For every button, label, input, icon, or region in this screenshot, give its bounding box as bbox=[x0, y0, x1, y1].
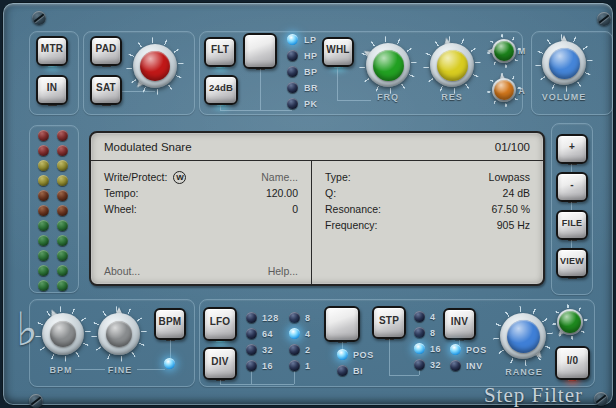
about-link[interactable]: About... bbox=[104, 265, 140, 277]
whl-button[interactable]: WHL bbox=[322, 37, 354, 67]
meter-led bbox=[57, 280, 68, 291]
div-led-32[interactable] bbox=[246, 344, 257, 355]
resonance-value[interactable]: 67.50 % bbox=[491, 203, 530, 215]
write-protect-row: Write/Protect: W Name... bbox=[91, 169, 311, 185]
power-button[interactable]: I/0 bbox=[555, 346, 590, 380]
step-label-32: 32 bbox=[430, 360, 441, 371]
sat-button[interactable]: SAT bbox=[90, 75, 122, 105]
lfo-button[interactable]: LFO bbox=[203, 307, 237, 341]
step-led-8[interactable] bbox=[414, 327, 425, 338]
patch-plus-button[interactable]: + bbox=[556, 134, 588, 164]
volume-knob[interactable] bbox=[542, 41, 586, 85]
knob-cap bbox=[549, 48, 580, 79]
wire bbox=[75, 369, 105, 370]
div-label-2: 2 bbox=[305, 345, 311, 356]
inv-button[interactable]: INV bbox=[443, 308, 476, 340]
wire bbox=[170, 340, 171, 358]
step-label-8: 8 bbox=[430, 328, 436, 339]
step-led-16[interactable] bbox=[414, 343, 425, 354]
res-knob[interactable] bbox=[430, 43, 474, 87]
div-led-4[interactable] bbox=[289, 328, 300, 339]
mode-led-pos[interactable] bbox=[337, 349, 348, 360]
db-button[interactable]: 24dB bbox=[204, 75, 238, 105]
patch-number[interactable]: 01/100 bbox=[495, 141, 530, 153]
depth-knob[interactable] bbox=[557, 309, 583, 335]
wire bbox=[389, 375, 419, 376]
div-button[interactable]: DIV bbox=[203, 347, 237, 380]
flt-button[interactable]: FLT bbox=[204, 37, 236, 67]
range-knob[interactable] bbox=[500, 313, 546, 359]
meter-led bbox=[38, 160, 49, 171]
patch-minus-button[interactable]: - bbox=[556, 172, 588, 202]
wire bbox=[419, 370, 420, 375]
step-led-32[interactable] bbox=[414, 359, 425, 370]
knob-cap bbox=[437, 50, 468, 81]
filter-type-led-br[interactable] bbox=[287, 82, 298, 93]
drive-knob[interactable] bbox=[133, 44, 177, 88]
meter-led bbox=[38, 220, 49, 231]
patch-name[interactable]: Modulated Snare bbox=[104, 141, 192, 153]
screw-icon bbox=[597, 12, 611, 26]
filter-type-led-bp[interactable] bbox=[287, 66, 298, 77]
meter-led bbox=[57, 190, 68, 201]
inv-led-pos[interactable] bbox=[450, 344, 461, 355]
meter-led bbox=[38, 145, 49, 156]
div-led-1[interactable] bbox=[289, 360, 300, 371]
meter-led bbox=[57, 250, 68, 261]
type-value[interactable]: Lowpass bbox=[489, 171, 530, 183]
knob-cap bbox=[559, 311, 581, 333]
filter-type-led-lp[interactable] bbox=[287, 34, 298, 45]
div-label-1: 1 bbox=[305, 361, 311, 372]
step-led-4[interactable] bbox=[414, 311, 425, 322]
knob-cap bbox=[140, 51, 170, 81]
div-led-64[interactable] bbox=[246, 328, 257, 339]
div-label-32: 32 bbox=[262, 345, 273, 356]
tempo-value[interactable]: 120.00 bbox=[266, 187, 298, 199]
div-label-4: 4 bbox=[305, 329, 311, 340]
meter-led bbox=[38, 235, 49, 246]
meter-led bbox=[57, 235, 68, 246]
fine-knob-label: FINE bbox=[108, 365, 133, 375]
plugin-panel: MTR IN PAD SAT FLT 24dB WHL LP HP BP BR … bbox=[2, 2, 614, 406]
view-button[interactable]: VIEW bbox=[556, 248, 588, 278]
frequency-value[interactable]: 905 Hz bbox=[497, 219, 530, 231]
inv-led-inv[interactable] bbox=[450, 360, 461, 371]
meter-led bbox=[57, 175, 68, 186]
stp-button[interactable]: STP bbox=[372, 306, 406, 339]
bpm-knob[interactable] bbox=[42, 313, 84, 355]
file-button[interactable]: FILE bbox=[556, 210, 588, 240]
q-value[interactable]: 24 dB bbox=[503, 187, 530, 199]
lfo-mode-button[interactable] bbox=[324, 306, 360, 342]
write-protect-icon[interactable]: W bbox=[173, 171, 186, 184]
mode-led-bi[interactable] bbox=[337, 365, 348, 376]
step-label-4: 4 bbox=[430, 312, 436, 323]
div-label-128: 128 bbox=[262, 313, 279, 324]
display-body: Write/Protect: W Name... Tempo: 120.00 W… bbox=[91, 161, 543, 284]
amount-knob[interactable] bbox=[492, 78, 516, 102]
knob-cap bbox=[494, 80, 514, 100]
frq-knob[interactable] bbox=[366, 43, 410, 87]
in-button[interactable]: IN bbox=[36, 75, 68, 105]
knob-cap bbox=[494, 41, 514, 61]
filter-type-led-pk[interactable] bbox=[287, 98, 298, 109]
fine-knob[interactable] bbox=[98, 313, 140, 355]
name-field[interactable]: Name... bbox=[261, 171, 298, 183]
resonance-row: Resonance: 67.50 % bbox=[312, 201, 543, 217]
filter-type-button[interactable] bbox=[243, 33, 277, 69]
screw-icon bbox=[29, 394, 43, 408]
wire bbox=[251, 371, 252, 384]
bpm-button[interactable]: BPM bbox=[154, 308, 186, 340]
pad-button[interactable]: PAD bbox=[90, 36, 122, 66]
div-led-8[interactable] bbox=[289, 312, 300, 323]
mod-knob[interactable] bbox=[492, 39, 516, 63]
div-led-128[interactable] bbox=[246, 312, 257, 323]
wheel-value[interactable]: 0 bbox=[292, 203, 298, 215]
help-link[interactable]: Help... bbox=[268, 265, 298, 277]
mode-label-bi: BI bbox=[353, 366, 363, 377]
filter-type-label-pk: PK bbox=[304, 99, 318, 110]
mtr-button[interactable]: MTR bbox=[36, 36, 68, 66]
div-led-16[interactable] bbox=[246, 360, 257, 371]
display-footer: About... Help... bbox=[91, 265, 311, 277]
filter-type-led-hp[interactable] bbox=[287, 50, 298, 61]
div-led-2[interactable] bbox=[289, 344, 300, 355]
